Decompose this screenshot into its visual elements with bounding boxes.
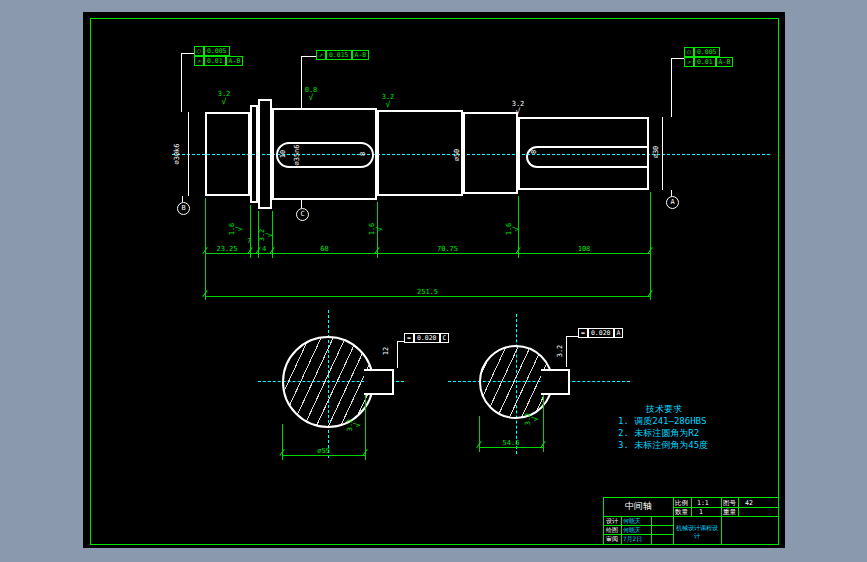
drawing-no-value: 42 bbox=[745, 499, 753, 507]
leader-line bbox=[671, 58, 672, 117]
leader-line bbox=[181, 53, 182, 112]
dim-keyway-width-right: 8 bbox=[530, 144, 538, 160]
shaft-mid-section bbox=[377, 110, 463, 196]
runout-icon: ↗ bbox=[684, 57, 694, 67]
symmetry-icon: = bbox=[404, 333, 414, 343]
roughness-check-icon: √ bbox=[222, 98, 227, 105]
leader-line bbox=[671, 58, 684, 59]
dim-chain-value: 23.25 bbox=[205, 245, 249, 253]
dim-section-left-flat: ⌀59 bbox=[282, 447, 365, 455]
dim-overall-value: 251.5 bbox=[205, 288, 650, 296]
section-view-left bbox=[282, 336, 374, 428]
scale-label: 比例 bbox=[675, 499, 688, 507]
roughness-mark: 3.2√ bbox=[347, 417, 361, 433]
drawing-no-label: 图号 bbox=[723, 499, 736, 507]
tolerance-frame-section-left: =0.020C bbox=[404, 333, 449, 343]
symmetry-icon: = bbox=[578, 328, 588, 338]
runout-icon: ↗ bbox=[194, 56, 204, 66]
dimension-chain-line bbox=[205, 253, 650, 254]
datum-label-b: B bbox=[177, 202, 190, 215]
reviewer-value: 7月2日 bbox=[623, 535, 642, 543]
roughness-check-icon: √ bbox=[386, 101, 391, 108]
dim-section-right-flat: 54.6 bbox=[479, 439, 543, 447]
dim-section-left-key: 12 bbox=[382, 343, 390, 359]
roughness-check-icon: √ bbox=[532, 417, 539, 422]
reviewer-label: 审阅 bbox=[606, 535, 618, 543]
datum-c-stem bbox=[301, 200, 302, 208]
roughness-mark: 3.2√ bbox=[259, 227, 273, 243]
dim-chain-value: 4 bbox=[258, 245, 270, 253]
part-name: 中间轴 bbox=[610, 502, 667, 510]
section-right-dim-line bbox=[479, 447, 543, 448]
leader-line bbox=[397, 341, 404, 342]
roughness-check-icon: √ bbox=[309, 94, 314, 101]
dim-dia-left: ⌀30k6 bbox=[173, 136, 181, 172]
tolerance-frame-top-left: ○0.005 ↗0.01A-B bbox=[194, 46, 243, 66]
drafter-name: 何晓天 bbox=[623, 526, 641, 534]
drawing-border-frame bbox=[90, 18, 779, 545]
leader-line bbox=[397, 341, 398, 368]
dim-line-right-dia bbox=[662, 117, 663, 190]
note-line: 3. 未标注倒角为45度 bbox=[618, 439, 708, 451]
shaft-left-journal bbox=[205, 112, 250, 196]
keyway-slot-open bbox=[526, 146, 649, 168]
keyway-notch-left bbox=[364, 369, 394, 395]
notes-title: 技术要求 bbox=[618, 403, 708, 415]
roughness-check-icon: √ bbox=[516, 108, 521, 115]
shaft-mid-section-2 bbox=[463, 112, 518, 194]
datum-label-a: A bbox=[666, 196, 679, 209]
tolerance-frame-top-right: ○0.005 ↗0.01A-B bbox=[684, 47, 733, 67]
shaft-ring bbox=[250, 105, 258, 203]
qty-label: 数量 bbox=[675, 508, 688, 516]
dim-chain-value: 70.75 bbox=[377, 245, 518, 253]
designer-name: 何晓天 bbox=[623, 517, 641, 525]
datum-label-c: C bbox=[296, 208, 309, 221]
note-line: 1. 调质241—286HBS bbox=[618, 415, 708, 427]
dim-keyway-width-mid: 8 bbox=[359, 146, 367, 162]
tolerance-frame-section-right: =0.020A bbox=[578, 328, 623, 338]
dim-line-left-dia bbox=[188, 112, 189, 196]
tolerance-frame-top-mid: ↗0.015A-B bbox=[316, 50, 369, 60]
roughness-mark: 0.8√ bbox=[303, 87, 319, 101]
qty-value: 1 bbox=[699, 508, 703, 516]
circularity-icon: ○ bbox=[194, 46, 204, 56]
technical-notes: 技术要求 1. 调质241—286HBS 2. 未标注圆角为R2 3. 未标注倒… bbox=[618, 403, 708, 451]
shaft-collar bbox=[258, 99, 272, 209]
leader-line bbox=[566, 336, 578, 337]
roughness-mark: 3.2√ bbox=[525, 411, 539, 427]
dim-dia-mid: ⌀50 bbox=[453, 137, 461, 173]
dim-chain-value: 108 bbox=[518, 245, 650, 253]
roughness-mark: 3.2√ bbox=[380, 94, 396, 108]
scale-value: 1:1 bbox=[697, 499, 709, 507]
roughness-mark: 1.6√ bbox=[229, 221, 243, 237]
roughness-mark: 1.6√ bbox=[369, 221, 383, 237]
leader-line bbox=[301, 56, 316, 57]
keyway-notch-right bbox=[541, 369, 570, 395]
dim-keyway-width-left: 10 bbox=[279, 146, 287, 162]
dim-dia-keyway: ⌀35n6 bbox=[293, 137, 301, 173]
note-line: 2. 未标注圆角为R2 bbox=[618, 427, 708, 439]
leader-line bbox=[181, 53, 194, 54]
dim-chain-value: 7 bbox=[243, 237, 255, 245]
overall-dim-line bbox=[205, 296, 650, 297]
dim-dia-right: ⌀30 bbox=[652, 134, 660, 170]
runout-icon: ↗ bbox=[316, 50, 326, 60]
leader-line bbox=[566, 336, 567, 367]
dim-chain-value: 68 bbox=[272, 245, 377, 253]
section-left-dim-line bbox=[282, 455, 365, 456]
drafter-label: 绘图 bbox=[606, 526, 618, 534]
roughness-mark: 3.2√ bbox=[216, 91, 232, 105]
roughness-check-icon: √ bbox=[236, 227, 243, 232]
roughness-check-icon: √ bbox=[354, 423, 361, 428]
roughness-mark: 3.2√ bbox=[510, 101, 526, 115]
dim-section-right-key: 3.2 bbox=[556, 343, 564, 359]
circularity-icon: ○ bbox=[684, 47, 694, 57]
cad-app-background: ⌀30k6 10 ⌀35n6 8 ⌀50 8 ⌀30 B C A ○0.005 … bbox=[0, 0, 867, 562]
title-block: 中间轴 比例 1:1 图号 42 数量 1 重量 设计 何晓天 绘图 何晓天 审… bbox=[603, 497, 779, 545]
leader-line bbox=[301, 56, 302, 108]
weight-label: 重量 bbox=[723, 508, 736, 516]
org-name: 机械设计课程设计 bbox=[674, 524, 720, 540]
designer-label: 设计 bbox=[606, 517, 618, 525]
